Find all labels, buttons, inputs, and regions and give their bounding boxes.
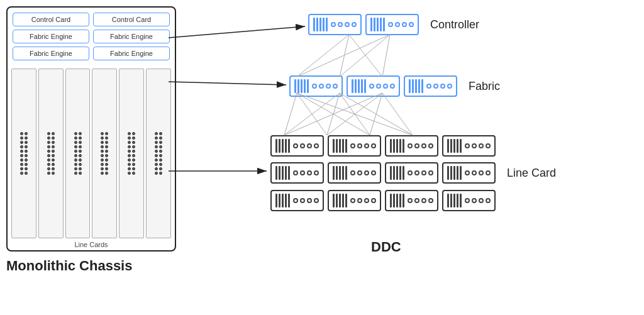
linecard-module (270, 162, 324, 184)
linecard-module (442, 190, 496, 211)
controller-section: Controller (308, 14, 479, 35)
svg-line-10 (382, 35, 390, 77)
fabric-section: Fabric (289, 75, 500, 97)
bars-icon (409, 79, 423, 93)
svg-line-14 (297, 93, 413, 135)
svg-line-7 (349, 35, 382, 77)
fabric-module-3 (404, 75, 457, 97)
diagram-container: Control Card Control Card Fabric Engine … (0, 0, 644, 315)
svg-line-17 (340, 93, 370, 135)
bars-icon (313, 18, 328, 31)
line-card-slot (146, 69, 171, 238)
linecard-module (328, 135, 381, 157)
line-card-slot (92, 69, 117, 238)
line-cards-label: Line Cards (8, 241, 175, 250)
svg-line-16 (327, 93, 340, 135)
svg-line-2 (169, 26, 305, 38)
svg-line-12 (297, 93, 327, 135)
svg-line-22 (382, 93, 413, 135)
controller-module-1 (308, 14, 362, 35)
fabric-engine-row-2: Fabric Engine Fabric Engine (13, 47, 170, 60)
ddc-title: DDC (371, 239, 401, 255)
linecard-module (328, 162, 381, 184)
control-card-1: Control Card (13, 13, 89, 26)
linecard-row-3 (270, 190, 499, 211)
bars-icon (370, 18, 385, 31)
control-card-2: Control Card (93, 13, 170, 26)
fabric-module-2 (347, 75, 400, 97)
linecard-module (442, 135, 496, 157)
linecard-module (442, 162, 496, 184)
circles-icon (388, 22, 414, 27)
monolithic-chassis: Control Card Control Card Fabric Engine … (6, 6, 176, 251)
line-card-slot (11, 69, 36, 238)
circles-icon (369, 84, 395, 89)
linecard-row-1 (270, 135, 499, 157)
controller-module-2 (365, 14, 419, 35)
svg-line-15 (284, 93, 340, 135)
controller-label: Controller (430, 18, 479, 31)
linecard-module (270, 190, 324, 211)
svg-line-21 (370, 93, 382, 135)
svg-line-9 (340, 35, 390, 77)
circles-icon (331, 22, 357, 27)
fabric-engine-3: Fabric Engine (13, 47, 89, 60)
linecard-module (385, 162, 438, 184)
circles-icon (426, 84, 452, 89)
svg-line-3 (169, 82, 286, 85)
bars-icon (352, 79, 366, 93)
linecard-module (270, 135, 324, 157)
line-cards-area (11, 69, 171, 238)
fabric-label: Fabric (469, 80, 500, 93)
svg-line-18 (340, 93, 413, 135)
linecard-module (385, 190, 438, 211)
linecard-module (328, 190, 381, 211)
svg-line-20 (327, 93, 382, 135)
line-card-slot (119, 69, 144, 238)
svg-line-6 (340, 35, 349, 77)
linecard-module (385, 135, 438, 157)
svg-line-13 (297, 93, 370, 135)
linecard-row-2: Line Card (270, 162, 556, 184)
linecard-label: Line Card (507, 167, 556, 180)
fabric-engine-2: Fabric Engine (93, 30, 170, 43)
fabric-engine-4: Fabric Engine (93, 47, 170, 60)
fabric-engine-1: Fabric Engine (13, 30, 89, 43)
line-card-slot (65, 69, 91, 238)
svg-line-19 (284, 93, 382, 135)
control-card-row: Control Card Control Card (13, 13, 170, 26)
bars-icon (294, 79, 309, 93)
fabric-engine-row-1: Fabric Engine Fabric Engine (13, 30, 170, 43)
svg-line-5 (297, 35, 349, 77)
fabric-module-1 (289, 75, 343, 97)
svg-line-11 (284, 93, 297, 135)
line-card-slot (38, 69, 64, 238)
circles-icon (312, 84, 338, 89)
chassis-title: Monolithic Chassis (6, 258, 132, 274)
svg-line-8 (297, 35, 390, 77)
